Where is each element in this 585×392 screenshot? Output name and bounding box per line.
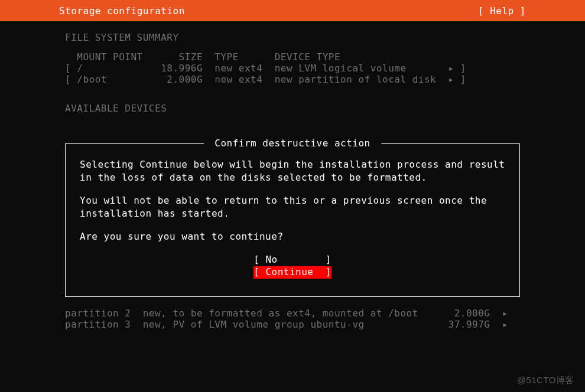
help-button[interactable]: [ Help ]	[478, 5, 526, 17]
confirm-dialog: Confirm destructive action Selecting Con…	[65, 143, 520, 297]
dialog-title: Confirm destructive action	[204, 138, 381, 149]
dialog-body: Selecting Continue below will begin the …	[80, 158, 505, 243]
main-content: FILE SYSTEM SUMMARY MOUNT POINT SIZE TYP…	[0, 32, 585, 330]
available-devices-heading: AVAILABLE DEVICES	[65, 103, 520, 114]
partitions-list: partition 2 new, to be formatted as ext4…	[65, 308, 520, 330]
dialog-para3: Are you sure you want to continue?	[80, 230, 505, 243]
watermark: @51CTO博客	[517, 375, 574, 386]
fs-summary-table: MOUNT POINT SIZE TYPE DEVICE TYPE [ / 18…	[65, 51, 520, 85]
continue-button[interactable]: [ Continue ]	[254, 266, 332, 279]
dialog-para1: Selecting Continue below will begin the …	[80, 158, 505, 184]
fs-summary-heading: FILE SYSTEM SUMMARY	[65, 32, 520, 43]
no-button[interactable]: [ No ]	[254, 254, 332, 266]
dialog-para2: You will not be able to return to this o…	[80, 194, 505, 220]
header-bar: Storage configuration [ Help ]	[0, 0, 585, 21]
page-title: Storage configuration	[59, 5, 185, 17]
dialog-buttons: [ No ] [ Continue ]	[80, 254, 505, 279]
